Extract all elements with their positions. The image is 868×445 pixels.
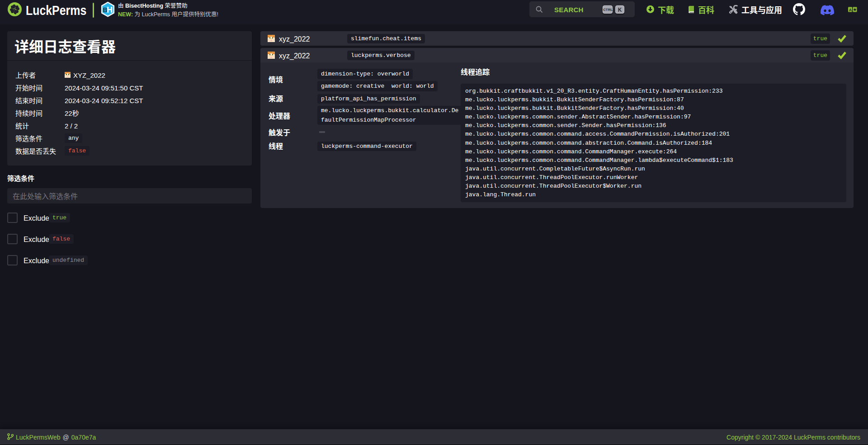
svg-text:H: H	[107, 5, 113, 14]
svg-text:A: A	[849, 8, 852, 12]
